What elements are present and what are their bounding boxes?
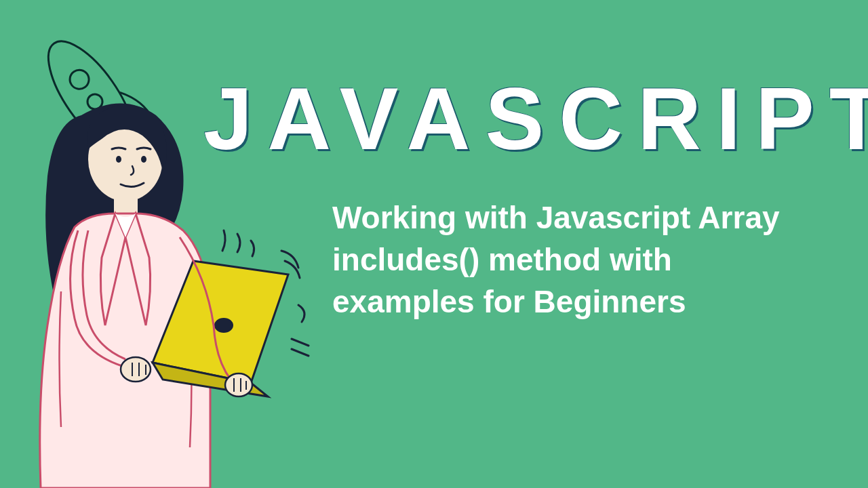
svg-point-7 <box>214 318 233 333</box>
main-title: JAVASCRIPT <box>203 68 868 169</box>
svg-point-5 <box>141 156 146 163</box>
subtitle-text: Working with Javascript Array includes()… <box>332 197 821 323</box>
svg-point-9 <box>225 373 252 396</box>
svg-point-4 <box>116 156 121 163</box>
